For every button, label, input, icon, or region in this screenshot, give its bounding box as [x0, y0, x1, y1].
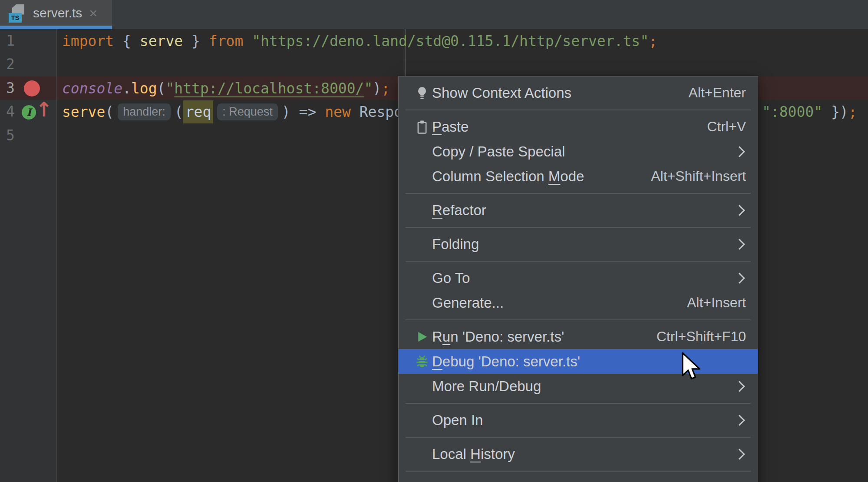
typescript-file-icon: TS [9, 3, 27, 23]
run-icon [412, 328, 432, 346]
lightbulb-icon [412, 84, 432, 102]
menu-item-label: Show Context Actions [432, 85, 571, 101]
menu-item-shortcut: Alt+Enter [688, 85, 746, 101]
url-link: http://localhost:8000/ [174, 80, 364, 97]
code-line-1[interactable]: import { serve } from "https://deno.land… [62, 29, 657, 53]
active-tab-indicator [0, 26, 112, 29]
menu-item-copy-paste-special[interactable]: Copy / Paste Special [399, 139, 758, 164]
highlighted-identifier: req [183, 100, 214, 123]
run-gutter-icon[interactable]: I [22, 105, 36, 120]
line-number-2: 2 [6, 53, 15, 76]
menu-separator [399, 105, 758, 114]
menu-item-shortcut: Alt+Insert [687, 295, 746, 311]
menu-item-folding[interactable]: Folding [399, 232, 758, 256]
menu-item-paste[interactable]: Paste Ctrl+V [399, 114, 758, 139]
menu-item-label: Go To [432, 270, 470, 286]
menu-item-label: Copy / Paste Special [432, 143, 565, 160]
submenu-chevron-icon [734, 415, 745, 425]
menu-item-shortcut: Ctrl+Shift+F10 [657, 329, 746, 345]
menu-item-label: Paste [432, 119, 469, 135]
menu-separator [399, 315, 758, 324]
menu-item-label: Debug 'Deno: server.ts' [432, 353, 580, 370]
menu-separator [399, 256, 758, 266]
menu-separator [399, 399, 758, 408]
menu-item-show-context-actions[interactable]: Show Context Actions Alt+Enter [399, 80, 758, 105]
debug-bug-icon [412, 353, 432, 370]
menu-separator [399, 432, 758, 442]
breakpoint-icon[interactable] [24, 80, 40, 96]
menu-item-label: Run 'Deno: server.ts' [432, 329, 564, 345]
menu-separator [399, 223, 758, 232]
type-hint: : Request [217, 103, 278, 120]
editor-tab-bar: TS server.ts × [0, 0, 868, 29]
mouse-cursor [680, 352, 703, 385]
menu-item-label: Local History [432, 446, 515, 462]
submenu-chevron-icon [734, 146, 745, 157]
menu-item-debug-deno-server[interactable]: Debug 'Deno: server.ts' [399, 349, 758, 374]
menu-item-refactor[interactable]: Refactor [399, 198, 758, 223]
line-number-4: 4 [6, 100, 15, 123]
menu-separator [399, 466, 758, 475]
submenu-chevron-icon [734, 381, 745, 392]
editor-context-menu: Show Context Actions Alt+Enter Paste Ctr… [398, 76, 758, 482]
menu-item-column-selection-mode[interactable]: Column Selection Mode Alt+Shift+Insert [399, 164, 758, 189]
menu-item-more-run-debug[interactable]: More Run/Debug [399, 374, 758, 399]
menu-item-label: Column Selection Mode [432, 168, 584, 185]
gutter-separator [56, 29, 57, 482]
code-line-3[interactable]: console . log ( " http://localhost:8000/… [62, 76, 390, 100]
submenu-chevron-icon [734, 239, 745, 249]
parameter-name-hint: handler: [118, 103, 171, 120]
paste-icon [412, 118, 432, 136]
submenu-chevron-icon [734, 205, 745, 216]
line-number-3: 3 [6, 76, 15, 100]
menu-separator [399, 189, 758, 198]
tab-server-ts[interactable]: TS server.ts × [0, 0, 112, 26]
menu-item-label: More Run/Debug [432, 378, 541, 395]
code-line-4-right[interactable]: ":8000" }) ; [762, 100, 857, 123]
submenu-chevron-icon [734, 449, 745, 459]
code-line-4[interactable]: serve ( handler: ( req : Request ) => ne… [62, 100, 403, 123]
menu-item-generate[interactable]: Generate... Alt+Insert [399, 290, 758, 315]
ide-window: TS server.ts × 1 2 3 4 5 I ↑ import { se… [0, 0, 868, 482]
menu-item-local-history[interactable]: Local History [399, 442, 758, 466]
menu-item-shortcut: Ctrl+V [707, 119, 746, 135]
menu-item-run-deno-server[interactable]: Run 'Deno: server.ts' Ctrl+Shift+F10 [399, 324, 758, 349]
tab-title: server.ts [33, 6, 82, 20]
menu-item-open-in[interactable]: Open In [399, 408, 758, 432]
menu-item-label: Generate... [432, 295, 504, 311]
menu-item-go-to[interactable]: Go To [399, 266, 758, 290]
menu-item-label: Refactor [432, 202, 486, 219]
menu-item-label: Folding [432, 236, 479, 253]
tab-close-icon[interactable]: × [89, 6, 97, 20]
navigate-up-arrow-icon: ↑ [36, 98, 53, 121]
submenu-chevron-icon [734, 273, 745, 283]
menu-item-shortcut: Alt+Shift+Insert [651, 168, 746, 184]
line-number-5: 5 [6, 124, 15, 147]
line-number-1: 1 [6, 29, 15, 53]
menu-item-label: Open In [432, 412, 483, 429]
